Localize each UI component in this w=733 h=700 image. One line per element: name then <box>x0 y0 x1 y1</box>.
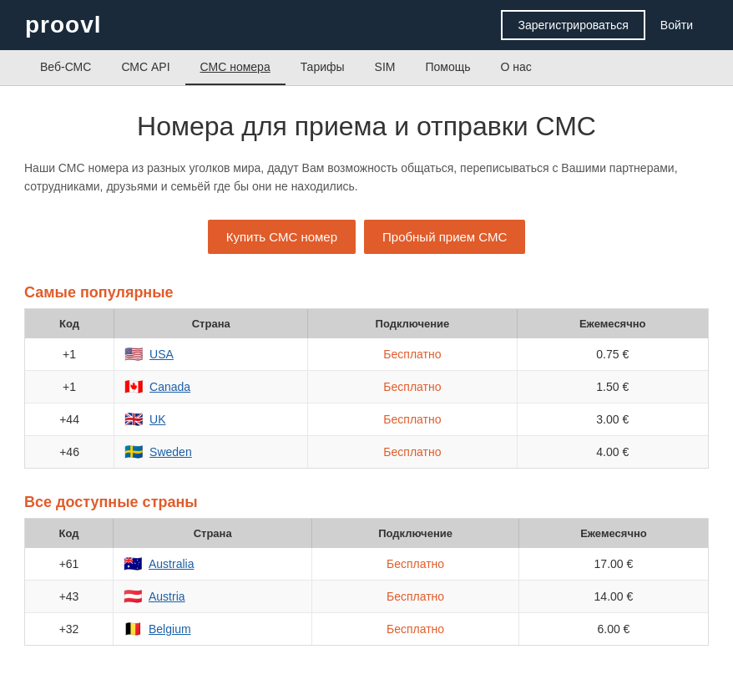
country-flag: 🇸🇪 <box>124 444 143 459</box>
free-label: Бесплатно <box>383 347 441 361</box>
cell-connection: Бесплатно <box>312 548 519 581</box>
buy-sms-number-button[interactable]: Купить СМС номер <box>208 220 356 254</box>
cell-monthly: 1.50 € <box>517 370 708 403</box>
country-link[interactable]: Canada <box>149 380 190 393</box>
free-label: Бесплатно <box>387 557 444 571</box>
cell-connection: Бесплатно <box>312 612 519 645</box>
header: proovl Зарегистрироваться Войти <box>0 0 733 50</box>
cell-monthly: 14.00 € <box>518 580 708 612</box>
header-buttons: Зарегистрироваться Войти <box>501 10 708 40</box>
country-flag: 🇨🇦 <box>124 379 143 394</box>
country-link[interactable]: USA <box>149 347 174 361</box>
country-flag: 🇧🇪 <box>124 621 142 637</box>
nav-item-web-sms[interactable]: Веб-СМС <box>25 50 106 85</box>
table-row: +61 🇦🇺 Australia Бесплатно 17.00 € <box>25 548 708 581</box>
country-flag: 🇦🇹 <box>124 589 142 604</box>
col-monthly: Ежемесячно <box>517 309 708 338</box>
cell-code: +43 <box>25 580 114 612</box>
country-link[interactable]: UK <box>149 413 165 426</box>
cell-connection: Бесплатно <box>308 403 517 435</box>
register-button[interactable]: Зарегистрироваться <box>501 10 645 40</box>
country-link[interactable]: Belgium <box>149 622 191 636</box>
popular-table-header-row: Код Страна Подключение Ежемесячно <box>25 309 708 338</box>
nav-item-sim[interactable]: SIM <box>360 50 411 85</box>
cta-buttons: Купить СМС номер Пробный прием СМС <box>24 220 709 254</box>
popular-table: Код Страна Подключение Ежемесячно +1 🇺🇸 … <box>25 309 708 468</box>
cell-country: 🇨🇦 Canada <box>114 370 308 403</box>
cell-country: 🇸🇪 Sweden <box>114 435 308 468</box>
country-link[interactable]: Austria <box>149 590 185 603</box>
cell-code: +1 <box>25 370 114 403</box>
country-link[interactable]: Australia <box>149 557 194 571</box>
cell-monthly: 17.00 € <box>518 548 708 581</box>
popular-table-wrapper: Код Страна Подключение Ежемесячно +1 🇺🇸 … <box>24 308 709 469</box>
free-label: Бесплатно <box>383 380 441 393</box>
cell-code: +1 <box>25 338 114 371</box>
all-countries-table-header-row: Код Страна Подключение Ежемесячно <box>25 519 708 548</box>
cell-country: 🇺🇸 USA <box>114 338 308 371</box>
cell-connection: Бесплатно <box>312 580 519 612</box>
table-row: +43 🇦🇹 Austria Бесплатно 14.00 € <box>25 580 708 612</box>
trial-sms-button[interactable]: Пробный прием СМС <box>364 220 525 254</box>
cell-connection: Бесплатно <box>308 435 517 468</box>
cell-monthly: 0.75 € <box>517 338 708 371</box>
nav-item-sms-numbers[interactable]: СМС номера <box>185 50 286 85</box>
all-countries-section-title: Все доступные страны <box>24 494 709 511</box>
popular-section-title: Самые популярные <box>24 284 709 302</box>
cell-monthly: 4.00 € <box>517 435 708 468</box>
col-country-2: Страна <box>114 519 312 548</box>
nav-item-about[interactable]: О нас <box>486 50 547 85</box>
table-row: +46 🇸🇪 Sweden Бесплатно 4.00 € <box>25 435 708 468</box>
country-flag: 🇺🇸 <box>124 347 143 362</box>
page-description: Наши СМС номера из разных уголков мира, … <box>24 159 709 196</box>
nav-item-tariffs[interactable]: Тарифы <box>286 50 360 85</box>
cell-country: 🇧🇪 Belgium <box>114 612 312 645</box>
free-label: Бесплатно <box>383 413 441 426</box>
country-flag: 🇬🇧 <box>124 412 143 427</box>
all-countries-table-wrapper: Код Страна Подключение Ежемесячно +61 🇦🇺… <box>24 518 709 646</box>
nav-item-help[interactable]: Помощь <box>410 50 485 85</box>
country-link[interactable]: Sweden <box>149 445 192 459</box>
all-countries-table: Код Страна Подключение Ежемесячно +61 🇦🇺… <box>25 519 708 645</box>
cell-country: 🇬🇧 UK <box>114 403 308 435</box>
main-nav: Веб-СМС СМС API СМС номера Тарифы SIM По… <box>0 50 733 86</box>
col-connection: Подключение <box>308 309 517 338</box>
cell-monthly: 3.00 € <box>517 403 708 435</box>
page-title: Номера для приема и отправки СМС <box>24 111 709 142</box>
cell-code: +61 <box>25 548 114 581</box>
cell-connection: Бесплатно <box>308 370 517 403</box>
cell-connection: Бесплатно <box>308 338 517 371</box>
table-row: +44 🇬🇧 UK Бесплатно 3.00 € <box>25 403 708 435</box>
login-button[interactable]: Войти <box>645 10 708 40</box>
free-label: Бесплатно <box>387 622 444 636</box>
free-label: Бесплатно <box>387 590 444 603</box>
cell-code: +46 <box>25 435 114 468</box>
col-code-2: Код <box>25 519 114 548</box>
cell-code: +32 <box>25 612 114 645</box>
col-connection-2: Подключение <box>312 519 519 548</box>
table-row: +1 🇨🇦 Canada Бесплатно 1.50 € <box>25 370 708 403</box>
table-row: +1 🇺🇸 USA Бесплатно 0.75 € <box>25 338 708 371</box>
table-row: +32 🇧🇪 Belgium Бесплатно 6.00 € <box>25 612 708 645</box>
col-country: Страна <box>114 309 308 338</box>
cell-monthly: 6.00 € <box>518 612 708 645</box>
country-flag: 🇦🇺 <box>124 556 142 571</box>
logo: proovl <box>25 12 102 38</box>
col-code: Код <box>25 309 114 338</box>
cell-country: 🇦🇺 Australia <box>114 548 312 581</box>
nav-item-sms-api[interactable]: СМС API <box>106 50 185 85</box>
cell-code: +44 <box>25 403 114 435</box>
cell-country: 🇦🇹 Austria <box>114 580 312 612</box>
free-label: Бесплатно <box>383 445 441 459</box>
main-content: Номера для приема и отправки СМС Наши СМ… <box>8 86 725 696</box>
col-monthly-2: Ежемесячно <box>518 519 708 548</box>
